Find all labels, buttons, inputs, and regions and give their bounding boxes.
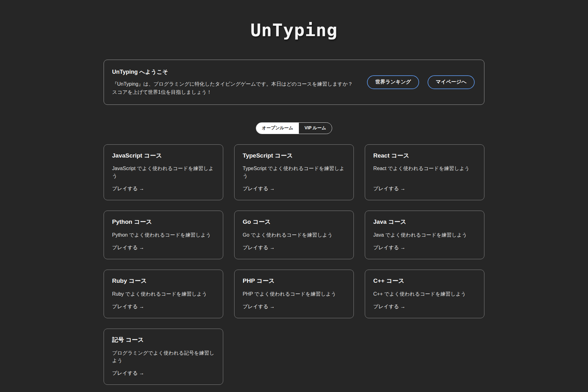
course-title: 記号 コース: [112, 336, 215, 344]
course-card-symbols: 記号 コース プログラミングでよく使われる記号を練習しよう プレイする →: [104, 329, 223, 385]
course-title: Java コース: [373, 218, 476, 226]
course-description: React でよく使われるコードを練習しよう: [373, 165, 476, 172]
tab-vip-room[interactable]: VIP ルーム: [299, 123, 332, 134]
course-title: TypeScript コース: [243, 152, 345, 159]
play-link[interactable]: プレイする →: [373, 180, 405, 192]
course-description: TypeScript でよく使われるコードを練習しよう: [243, 165, 345, 180]
course-card-ruby: Ruby コース Ruby でよく使われるコードを練習しよう プレイする →: [104, 270, 223, 318]
my-page-button[interactable]: マイページへ: [428, 75, 475, 89]
play-link[interactable]: プレイする →: [112, 180, 144, 192]
course-title: C++ コース: [373, 277, 476, 285]
course-description: Go でよく使われるコードを練習しよう: [243, 231, 345, 239]
course-description: Python でよく使われるコードを練習しよう: [112, 231, 215, 239]
course-title: Python コース: [112, 218, 215, 226]
course-title: Ruby コース: [112, 277, 215, 285]
welcome-actions: 世界ランキング マイページへ: [367, 75, 475, 89]
course-description: Java でよく使われるコードを練習しよう: [373, 231, 476, 239]
course-card-python: Python コース Python でよく使われるコードを練習しよう プレイする…: [104, 211, 223, 259]
course-card-typescript: TypeScript コース TypeScript でよく使われるコードを練習し…: [234, 144, 354, 201]
course-card-go: Go コース Go でよく使われるコードを練習しよう プレイする →: [234, 211, 354, 259]
play-link[interactable]: プレイする →: [112, 239, 144, 251]
main-container: UnTyping へようこそ 『UnTyping』は、プログラミングに特化したタ…: [104, 60, 484, 384]
world-ranking-button[interactable]: 世界ランキング: [367, 75, 419, 89]
play-link[interactable]: プレイする →: [112, 364, 144, 377]
room-type-toggle: オープンルーム VIP ルーム: [256, 122, 332, 134]
course-grid: JavaScript コース JavaScript でよく使われるコードを練習し…: [104, 144, 484, 385]
play-link[interactable]: プレイする →: [373, 298, 405, 310]
course-card-javascript: JavaScript コース JavaScript でよく使われるコードを練習し…: [104, 144, 223, 201]
course-description: JavaScript でよく使われるコードを練習しよう: [112, 165, 215, 180]
course-card-react: React コース React でよく使われるコードを練習しよう プレイする →: [365, 144, 484, 201]
course-title: React コース: [373, 152, 476, 159]
play-link[interactable]: プレイする →: [243, 239, 275, 251]
welcome-panel: UnTyping へようこそ 『UnTyping』は、プログラミングに特化したタ…: [104, 60, 484, 105]
course-title: JavaScript コース: [112, 152, 215, 159]
course-card-cpp: C++ コース C++ でよく使われるコードを練習しよう プレイする →: [365, 270, 484, 318]
course-card-java: Java コース Java でよく使われるコードを練習しよう プレイする →: [365, 211, 484, 259]
play-link[interactable]: プレイする →: [112, 298, 144, 310]
course-description: Ruby でよく使われるコードを練習しよう: [112, 290, 215, 298]
play-link[interactable]: プレイする →: [243, 180, 275, 192]
play-link[interactable]: プレイする →: [243, 298, 275, 310]
course-title: PHP コース: [243, 277, 345, 285]
course-description: C++ でよく使われるコードを練習しよう: [373, 290, 476, 298]
course-card-php: PHP コース PHP でよく使われるコードを練習しよう プレイする →: [234, 270, 354, 318]
course-description: PHP でよく使われるコードを練習しよう: [243, 290, 345, 298]
course-description: プログラミングでよく使われる記号を練習しよう: [112, 349, 215, 364]
page-title: UnTyping: [0, 0, 588, 40]
room-tabs-row: オープンルーム VIP ルーム: [104, 122, 484, 134]
welcome-heading: UnTyping へようこそ: [112, 68, 353, 76]
welcome-body: 『UnTyping』は、プログラミングに特化したタイピングゲームです。本日はどの…: [112, 80, 353, 96]
welcome-text-block: UnTyping へようこそ 『UnTyping』は、プログラミングに特化したタ…: [112, 68, 353, 96]
tab-open-room[interactable]: オープンルーム: [256, 123, 299, 134]
play-link[interactable]: プレイする →: [373, 239, 405, 251]
course-title: Go コース: [243, 218, 345, 226]
